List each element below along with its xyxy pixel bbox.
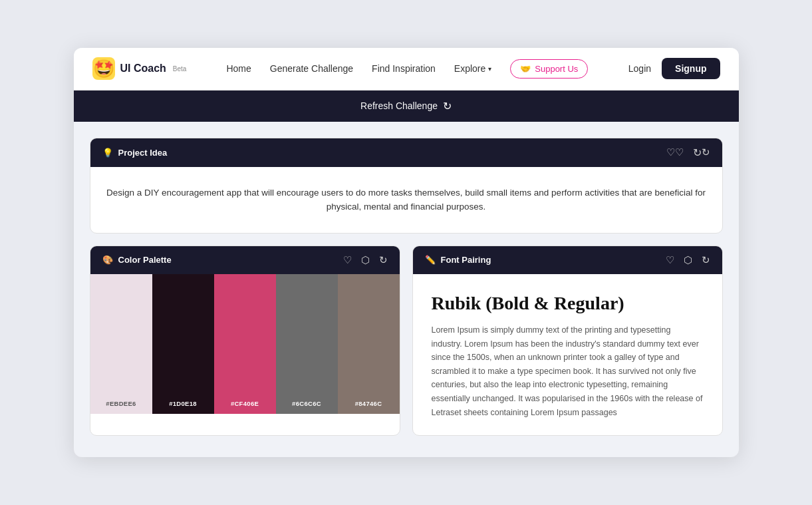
project-idea-card: Project Idea ♡ ↻ Design a DIY encouragem… [90, 138, 723, 234]
signup-button[interactable]: Signup [662, 58, 720, 79]
nav-home[interactable]: Home [226, 63, 251, 74]
font-pairing-export-button[interactable]: ⬡ [684, 254, 692, 266]
header: 🤩 UI Coach Beta Home Generate Challenge … [74, 48, 739, 90]
project-idea-heart-button[interactable]: ♡ [666, 146, 684, 158]
color-swatch: #6C6C6C [276, 274, 338, 414]
project-idea-card-header: Project Idea ♡ ↻ [90, 138, 722, 167]
login-button[interactable]: Login [628, 63, 651, 74]
logo-area: 🤩 UI Coach Beta [92, 57, 187, 80]
project-idea-header-left: Project Idea [102, 148, 168, 158]
font-pairing-header-right: ♡ ⬡ ↻ [666, 254, 710, 266]
palette-icon [102, 255, 113, 265]
font-pairing-card-header: Font Pairing ♡ ⬡ ↻ [413, 246, 722, 274]
refresh-icon [443, 100, 452, 112]
color-swatch-label: #6C6C6C [292, 400, 321, 407]
project-idea-header-right: ♡ ↻ [666, 146, 710, 159]
font-pairing-header-left: Font Pairing [425, 255, 491, 265]
project-idea-refresh-button[interactable]: ↻ [693, 146, 710, 159]
refresh-label: Refresh Challenge [360, 100, 438, 111]
app-container: 🤩 UI Coach Beta Home Generate Challenge … [74, 48, 739, 458]
color-swatch: #84746C [338, 274, 400, 414]
support-icon: 🤝 [520, 64, 531, 74]
font-pairing-label: Font Pairing [441, 255, 491, 265]
color-palette-card-header: Color Palette ♡ ⬡ ↻ [90, 246, 400, 274]
color-swatch: #1D0E18 [152, 274, 214, 414]
palette-strip: #EBDEE6#1D0E18#CF406E#6C6C6C#84746C [90, 274, 400, 414]
nav-find-inspiration[interactable]: Find Inspiration [372, 63, 436, 74]
logo-icon: 🤩 [92, 57, 115, 80]
support-button[interactable]: 🤝 Support Us [510, 59, 588, 79]
bulb-icon [102, 148, 113, 158]
font-title: Rubik (Bold & Regular) [432, 293, 704, 314]
project-idea-label: Project Idea [118, 148, 168, 158]
color-palette-refresh-button[interactable]: ↻ [379, 254, 388, 266]
project-idea-body: Design a DIY encouragement app that will… [90, 167, 722, 233]
nav-generate-challenge[interactable]: Generate Challenge [270, 63, 353, 74]
refresh-bar[interactable]: Refresh Challenge [74, 90, 739, 122]
font-body-text: Lorem Ipsum is simply dummy text of the … [432, 323, 704, 419]
color-palette-header-left: Color Palette [102, 255, 172, 265]
project-idea-text: Design a DIY encouragement app that will… [106, 188, 706, 212]
main-content: Project Idea ♡ ↻ Design a DIY encouragem… [74, 122, 739, 458]
font-pairing-body: Rubik (Bold & Regular) Lorem Ipsum is si… [413, 274, 722, 435]
bottom-row: Color Palette ♡ ⬡ ↻ #EBDEE6#1D0E18#CF406… [90, 246, 723, 436]
header-right: Login Signup [628, 58, 720, 79]
logo-beta: Beta [173, 65, 187, 73]
logo-text: UI Coach [120, 63, 166, 75]
font-pairing-heart-button[interactable]: ♡ [666, 254, 674, 266]
color-swatch-label: #1D0E18 [169, 400, 197, 407]
color-palette-heart-button[interactable]: ♡ [343, 254, 352, 266]
nav-explore[interactable]: Explore [454, 63, 491, 74]
color-swatch-label: #CF406E [231, 400, 259, 407]
color-palette-card: Color Palette ♡ ⬡ ↻ #EBDEE6#1D0E18#CF406… [90, 246, 400, 436]
font-icon [425, 255, 436, 265]
font-pairing-card: Font Pairing ♡ ⬡ ↻ Rubik (Bold & Regular… [412, 246, 723, 436]
color-swatch: #CF406E [214, 274, 276, 414]
color-palette-export-button[interactable]: ⬡ [361, 254, 370, 266]
color-swatch: #EBDEE6 [90, 274, 152, 414]
color-swatch-label: #EBDEE6 [106, 400, 136, 407]
color-swatch-label: #84746C [355, 400, 382, 407]
nav: Home Generate Challenge Find Inspiration… [226, 59, 628, 79]
color-palette-header-right: ♡ ⬡ ↻ [343, 254, 388, 266]
font-pairing-refresh-button[interactable]: ↻ [702, 254, 710, 266]
color-palette-label: Color Palette [118, 255, 172, 265]
